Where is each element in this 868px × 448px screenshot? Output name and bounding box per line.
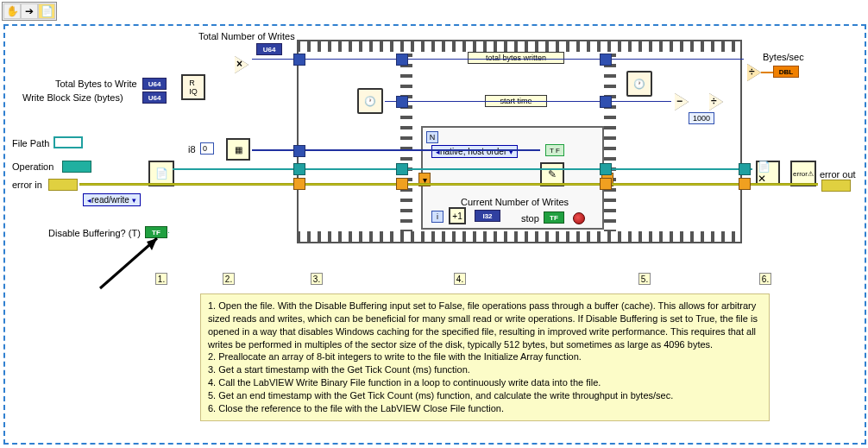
svg-line-0 <box>100 238 157 288</box>
constant-1000[interactable]: 1000 <box>689 112 714 124</box>
tf-constant[interactable]: T F <box>545 144 564 156</box>
ring-byte-order-label: native, host order <box>440 147 506 156</box>
wire-orange-dbl <box>761 72 773 73</box>
loop-stop-condition[interactable] <box>573 212 585 224</box>
seq-marker-2: 2. <box>223 273 235 285</box>
wire-green-disablebuf <box>168 232 169 233</box>
note-line-2: 2. Preallocate an array of 8-bit integer… <box>208 350 762 363</box>
tunnel-blue-2 <box>293 145 305 157</box>
terminal-operation[interactable] <box>62 161 91 173</box>
tunnel-err-4 <box>739 178 751 190</box>
label-file-path: File Path <box>12 138 49 148</box>
tunnel-blue-5 <box>600 54 612 66</box>
note-line-3: 3. Get a start timestamp with the Get Ti… <box>208 363 762 376</box>
quotient-remainder-node[interactable]: RIQ <box>181 74 205 100</box>
label-i8: i8 <box>188 144 196 155</box>
label-error-out: error out <box>820 169 856 180</box>
label-block-size: Write Block Size (bytes) <box>22 92 123 103</box>
seq-marker-6: 6. <box>759 273 771 285</box>
note-line-6: 6. Close the reference to the file with … <box>208 402 762 415</box>
divide-node-2[interactable]: ÷ <box>709 93 723 110</box>
tunnel-blue-4 <box>396 96 408 108</box>
chevron-down-icon-2: ▾ <box>509 148 513 156</box>
seq-divider-2 <box>604 52 616 231</box>
note-line-5: 5. Get an end timestamp with the Get Tic… <box>208 389 762 402</box>
annotation-arrow <box>90 233 167 293</box>
tick-count-start-node[interactable]: 🕐 <box>357 88 383 114</box>
loop-count-terminal: N <box>426 131 438 143</box>
tunnel-err-1 <box>293 178 305 190</box>
iteration-terminal: i <box>431 211 443 223</box>
wire-teal-refnum <box>173 168 752 170</box>
ring-byte-order[interactable]: ◂ native, host order ▾ <box>431 145 518 158</box>
ring-read-write-label: read/write <box>91 195 129 205</box>
tunnel-err-2 <box>396 178 408 190</box>
label-current-writes: Current Number of Writes <box>461 197 569 207</box>
label-total-bytes-written: total bytes written <box>468 52 564 64</box>
label-bytes-sec: Bytes/sec <box>763 52 804 62</box>
tunnel-err-3 <box>600 178 612 190</box>
tunnel-teal-4 <box>739 163 751 175</box>
tunnel-blue-1 <box>293 54 305 66</box>
terminal-error-in[interactable] <box>48 179 78 191</box>
terminal-block-size[interactable]: U64 <box>142 91 167 104</box>
i8-constant[interactable]: 0 <box>200 142 214 155</box>
tunnel-teal-3 <box>600 163 612 175</box>
tunnel-blue-3 <box>396 54 408 66</box>
subtract-node[interactable]: − <box>675 93 689 110</box>
multiply-node[interactable]: × <box>235 56 248 73</box>
ring-read-write[interactable]: ◂ read/write ▾ <box>83 193 141 206</box>
tunnel-teal-2 <box>396 163 408 175</box>
tunnel-teal-1 <box>293 163 305 175</box>
label-operation: Operation <box>12 161 53 172</box>
wire-blue-totalbytes <box>252 59 744 60</box>
terminal-stop[interactable]: TF <box>544 211 564 224</box>
label-error-in: error in <box>12 180 42 190</box>
note-line-4: 4. Call the LabVIEW Write Binary File fu… <box>208 376 762 389</box>
chevron-down-icon: ▾ <box>132 196 136 205</box>
seq-divider-1 <box>400 52 412 231</box>
arrow-tool-icon[interactable]: ➔ <box>21 3 38 19</box>
terminal-total-bytes[interactable]: U64 <box>142 78 167 90</box>
terminal-file-path[interactable] <box>53 136 83 148</box>
toolbar: ✋ ➔ 📄 <box>2 2 57 21</box>
increment-node[interactable]: +1 <box>449 207 466 224</box>
tick-count-end-node[interactable]: 🕐 <box>626 71 652 97</box>
label-total-writes: Total Number of Writes <box>198 31 295 41</box>
svg-marker-1 <box>147 238 157 250</box>
terminal-error-out[interactable] <box>821 180 851 192</box>
divide-node[interactable]: ÷ <box>747 64 761 81</box>
probe-tool-icon[interactable]: 📄 <box>38 3 55 19</box>
wire-blue-starttime <box>385 101 671 102</box>
note-line-1: 1. Open the file. With the Disable Buffe… <box>208 300 762 350</box>
terminal-bytes-sec[interactable]: DBL <box>773 66 799 78</box>
label-stop: stop <box>521 213 539 224</box>
terminal-total-writes[interactable]: U64 <box>256 43 282 55</box>
qr-icon: RIQ <box>189 79 198 96</box>
seq-marker-3: 3. <box>311 273 323 285</box>
pan-tool-icon[interactable]: ✋ <box>3 3 21 19</box>
tunnel-blue-6 <box>600 96 612 108</box>
seq-marker-5: 5. <box>638 273 651 285</box>
label-total-bytes: Total Bytes to Write <box>55 79 137 89</box>
terminal-current-writes[interactable]: I32 <box>475 210 500 222</box>
close-file-node[interactable]: 📄✕ <box>756 161 780 185</box>
seq-marker-4: 4. <box>454 273 466 285</box>
wire-error-cluster <box>79 183 818 186</box>
initialize-array-node[interactable]: ▦ <box>226 138 250 161</box>
notes-comment: 1. Open the file. With the Disable Buffe… <box>200 293 770 421</box>
